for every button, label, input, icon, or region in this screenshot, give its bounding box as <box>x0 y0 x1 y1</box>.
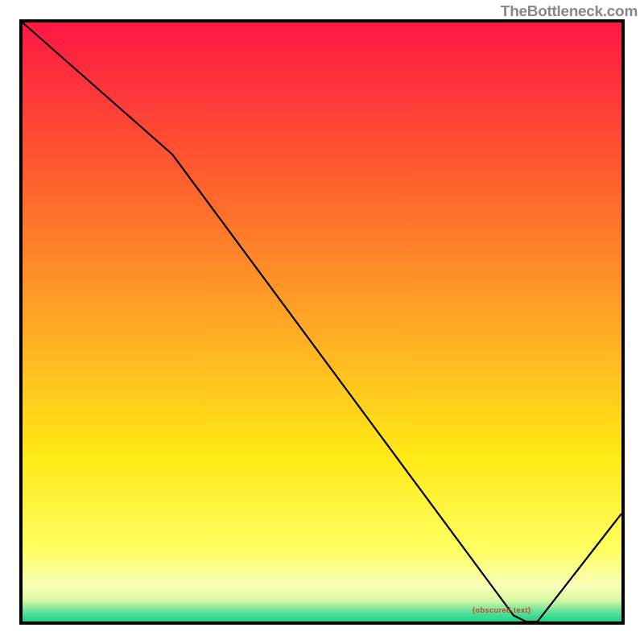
watermark-label: TheBottleneck.com <box>501 2 638 20</box>
plot-annotation: (obscured text) <box>473 606 531 614</box>
chart-svg: (obscured text) <box>0 0 644 644</box>
plot-background <box>23 23 621 621</box>
